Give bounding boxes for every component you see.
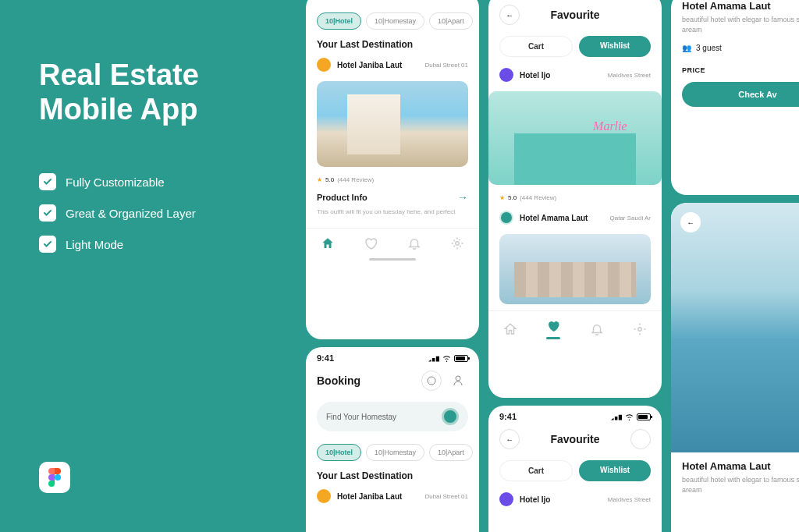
detail-description: beautiful hotel with elegar to famous sh…: [671, 475, 799, 501]
arrow-right-icon: →: [457, 191, 468, 204]
hotel-image-card[interactable]: [317, 81, 468, 167]
guests-icon: 👥: [682, 44, 691, 52]
guest-count: 3 guest: [696, 44, 722, 52]
check-availability-button[interactable]: Check Av: [682, 82, 799, 107]
destination-item[interactable]: Hotel Janiba Laut Dubai Street 01: [306, 484, 479, 508]
detail-title: Hotel Amama Laut: [671, 0, 799, 15]
favourite-header: ← Favourite: [488, 0, 662, 30]
feature-list: Fully Customizable Great & Organized Lay…: [39, 173, 281, 253]
pill-apartment[interactable]: 10|Apart: [429, 444, 473, 461]
rating-value: 5.0: [325, 176, 334, 183]
screen-favourite: ← Favourite Cart Wishlist Hotel Ijo Mald…: [488, 0, 662, 398]
star-icon: ★: [499, 194, 505, 201]
page-title: Booking: [317, 374, 360, 387]
pill-hotel[interactable]: 10|Hotel: [317, 444, 361, 461]
price-label: PRICE: [671, 55, 799, 79]
wifi-icon: [442, 355, 452, 362]
product-info-row[interactable]: Product Info →: [306, 188, 479, 207]
pill-homestay[interactable]: 10|Homestay: [366, 12, 424, 30]
battery-icon: [454, 355, 468, 362]
hotel-avatar-icon: [317, 58, 331, 72]
rating-row: ★ 5.0 (444 Review): [488, 190, 662, 206]
tab-cart[interactable]: Cart: [499, 36, 573, 57]
favourite-item[interactable]: Hotel Ijo Maldives Street: [488, 63, 662, 87]
hotel-location: Qatar Saudi Ar: [610, 215, 651, 222]
tab-wishlist[interactable]: Wishlist: [579, 460, 651, 481]
destination-item[interactable]: Hotel Janiba Laut Dubai Street 01: [306, 53, 479, 76]
battery-icon: [637, 413, 651, 420]
svg-point-4: [638, 328, 642, 332]
pill-hotel[interactable]: 10|Hotel: [317, 12, 361, 30]
promo-panel: Real Estate Mobile App Fully Customizabl…: [39, 59, 281, 267]
tab-row: Cart Wishlist: [488, 30, 662, 63]
detail-description: beautiful hotel with elegar to famous sh…: [671, 15, 799, 41]
booking-header: Booking: [306, 366, 479, 395]
heart-tab-active[interactable]: [546, 319, 560, 339]
screen-booking: 9:41 Booking Find Your Homestay 10|Hotel…: [306, 347, 479, 532]
feature-item: Great & Organized Layer: [39, 204, 281, 222]
help-button[interactable]: [421, 371, 442, 391]
hotel-name: Hotel Janiba Laut: [337, 61, 402, 69]
status-bar: 9:41: [306, 347, 479, 366]
search-button[interactable]: [442, 408, 459, 425]
back-button[interactable]: ←: [499, 429, 520, 449]
check-icon: [39, 236, 56, 253]
feature-label: Great & Organized Layer: [66, 207, 196, 220]
settings-icon[interactable]: [450, 236, 464, 250]
beach-image: ←: [671, 203, 799, 452]
hotel-name: Hotel Janiba Laut: [337, 492, 402, 501]
check-icon: [39, 173, 56, 190]
hotel-location: Dubai Street 01: [424, 493, 468, 500]
svg-point-1: [456, 242, 460, 246]
settings-icon[interactable]: [633, 322, 647, 336]
star-icon: ★: [317, 176, 322, 183]
pill-homestay[interactable]: 10|Homestay: [366, 444, 424, 461]
bell-icon[interactable]: [407, 236, 421, 250]
status-time: 9:41: [499, 412, 517, 421]
profile-button[interactable]: [448, 371, 468, 391]
rating-value: 5.0: [508, 194, 517, 201]
svg-point-3: [456, 376, 460, 381]
hotel-location: Dubai Street 01: [424, 62, 468, 69]
rating-row: ★ 5.0 (444 Review): [306, 172, 479, 188]
favourite-item[interactable]: Hotel Ijo Maldives Street: [488, 488, 662, 511]
section-title: Your Last Destination: [306, 36, 479, 53]
back-button[interactable]: ←: [499, 5, 520, 25]
category-pills: 10|Hotel 10|Homestay 10|Apart: [306, 6, 479, 36]
favourite-item[interactable]: Hotel Amama Laut Qatar Saudi Ar: [488, 206, 662, 229]
figma-logo-icon: [39, 462, 70, 493]
hotel-image-card[interactable]: [499, 234, 651, 304]
promo-title: Real Estate Mobile App: [39, 59, 281, 126]
review-count: (444 Review): [520, 194, 556, 201]
feature-label: Light Mode: [66, 238, 123, 251]
hotel-avatar-icon: [317, 489, 331, 503]
back-button[interactable]: ←: [680, 212, 701, 232]
svg-point-2: [428, 377, 435, 385]
bottom-nav: [488, 310, 662, 344]
home-icon[interactable]: [321, 236, 335, 250]
bell-icon[interactable]: [590, 322, 604, 336]
options-button[interactable]: [630, 429, 651, 449]
marlie-sign: Marlie: [593, 119, 627, 133]
search-bar[interactable]: Find Your Homestay: [317, 402, 468, 431]
heart-icon[interactable]: [364, 236, 378, 250]
tab-wishlist[interactable]: Wishlist: [579, 36, 651, 57]
signal-icon: [428, 355, 439, 362]
hotel-location: Maldives Street: [608, 496, 651, 503]
hotel-avatar-icon: [499, 211, 513, 225]
favourite-header: ← Favourite: [488, 424, 662, 454]
tab-cart[interactable]: Cart: [499, 460, 573, 481]
page-title: Favourite: [550, 9, 599, 21]
screen-home: 10|Hotel 10|Homestay 10|Apart Your Last …: [306, 0, 479, 339]
screen-favourite-2: 9:41 ← Favourite Cart Wishlist Hotel Ijo…: [488, 406, 662, 532]
detail-title: Hotel Amama Laut: [671, 452, 799, 475]
check-icon: [39, 204, 56, 222]
pill-apartment[interactable]: 10|Apart: [429, 12, 473, 30]
hotel-image-card[interactable]: Marlie: [488, 91, 662, 185]
category-pills: 10|Hotel 10|Homestay 10|Apart: [306, 438, 479, 467]
wifi-icon: [624, 413, 634, 420]
status-bar: 9:41: [488, 406, 662, 424]
page-title: Favourite: [550, 433, 599, 445]
guest-row: 👥 3 guest: [671, 41, 799, 55]
home-icon[interactable]: [503, 322, 517, 336]
